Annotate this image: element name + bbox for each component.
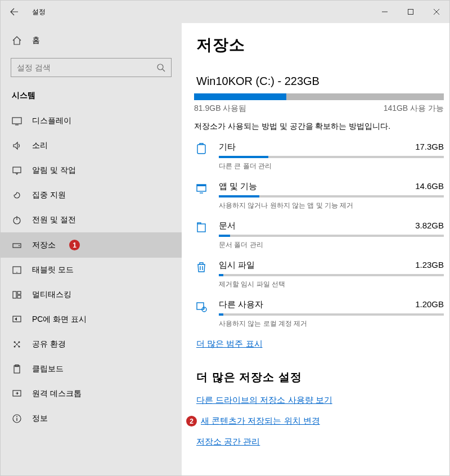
category-apps[interactable]: 앱 및 기능14.6GB사용하지 않거나 원하지 않는 앱 및 기능 제거	[194, 181, 444, 210]
minimize-icon	[381, 8, 388, 15]
change-save-location-link[interactable]: 새 콘텐츠가 저장되는 위치 변경	[196, 416, 444, 426]
category-subtitle: 제거할 임시 파일 선택	[219, 280, 444, 289]
window-title: 설정	[28, 7, 46, 17]
sidebar-item-multitasking[interactable]: 멀티태스킹	[1, 282, 182, 307]
category-size: 17.3GB	[415, 142, 444, 151]
svg-rect-9	[13, 291, 16, 298]
projecting-icon	[12, 315, 22, 325]
usage-labels: 81.9GB 사용됨 141GB 사용 가능	[194, 104, 444, 114]
info-icon	[12, 414, 22, 424]
category-temp[interactable]: 임시 파일1.23GB제거할 임시 파일 선택	[194, 260, 444, 289]
home-link[interactable]: 홈	[1, 29, 182, 52]
sidebar-item-label: 전원 및 절전	[32, 215, 76, 225]
drive-usage-fill	[194, 93, 286, 100]
category-size: 14.6GB	[415, 181, 444, 191]
svg-rect-2	[12, 118, 21, 124]
category-title: 앱 및 기능	[219, 181, 257, 192]
documents-icon	[194, 221, 209, 234]
power-icon	[12, 215, 22, 225]
free-label: 141GB 사용 가능	[384, 104, 444, 114]
sidebar-item-storage[interactable]: 저장소 1	[1, 232, 182, 258]
category-title: 다른 사용자	[219, 299, 263, 310]
sound-icon	[12, 141, 22, 151]
maximize-button[interactable]	[398, 1, 424, 23]
more-storage-settings: 더 많은 저장소 설정 다른 드라이브의 저장소 사용량 보기 2 새 콘텐츠가…	[194, 370, 444, 447]
sidebar-item-label: 집중 지원	[32, 190, 66, 200]
category-subtitle: 사용하지 않거나 원하지 않는 앱 및 기능 제거	[219, 201, 444, 210]
category-subtitle: 문서 폴더 관리	[219, 240, 444, 250]
main-content: 저장소 Win10KOR (C:) - 223GB 81.9GB 사용됨 141…	[182, 23, 449, 475]
category-title: 문서	[219, 221, 236, 231]
sidebar-item-label: 공유 환경	[32, 339, 66, 349]
svg-rect-24	[197, 224, 205, 232]
used-label: 81.9GB 사용됨	[194, 104, 246, 114]
svg-rect-3	[13, 167, 21, 173]
other-icon	[194, 142, 209, 155]
category-bar-fill	[219, 274, 223, 276]
focus-assist-icon	[12, 190, 22, 200]
trash-icon	[194, 260, 209, 273]
multitasking-icon	[12, 290, 22, 300]
svg-point-6	[19, 245, 20, 246]
shared-icon	[12, 339, 22, 349]
category-bar	[219, 274, 444, 276]
display-icon	[12, 116, 22, 126]
sidebar-item-label: 저장소	[32, 240, 56, 250]
sidebar-item-notifications[interactable]: 알림 및 작업	[1, 158, 182, 183]
svg-rect-10	[17, 291, 21, 294]
sidebar-item-label: 소리	[32, 141, 48, 151]
annotation-marker-1: 1	[69, 240, 80, 250]
sidebar-item-tablet[interactable]: 태블릿 모드	[1, 258, 182, 282]
category-bar-fill	[219, 195, 259, 197]
sidebar-item-label: 멀티태스킹	[32, 290, 71, 300]
home-label: 홈	[32, 35, 40, 46]
sidebar-item-sound[interactable]: 소리	[1, 133, 182, 158]
storage-icon	[12, 240, 22, 250]
sidebar-item-label: PC에 화면 표시	[32, 315, 87, 325]
search-input[interactable]	[17, 63, 129, 72]
search-icon	[156, 63, 165, 72]
titlebar: 설정	[1, 1, 449, 23]
notifications-icon	[12, 165, 22, 176]
category-size: 3.82GB	[415, 221, 444, 230]
storage-description: 저장소가 사용되는 방법 및 공간을 확보하는 방법입니다.	[194, 122, 444, 132]
annotation-marker-2: 2	[186, 416, 197, 426]
manage-storage-spaces-link[interactable]: 저장소 공간 관리	[194, 437, 444, 447]
drive-title: Win10KOR (C:) - 223GB	[194, 75, 444, 88]
category-title: 임시 파일	[219, 260, 255, 271]
show-more-categories-link[interactable]: 더 많은 범주 표시	[194, 339, 444, 349]
back-button[interactable]	[1, 1, 28, 23]
close-button[interactable]	[424, 1, 449, 23]
clipboard-icon	[12, 364, 22, 374]
category-size: 1.20GB	[415, 299, 444, 309]
sidebar-item-remote[interactable]: 원격 데스크톱	[1, 381, 182, 406]
category-other[interactable]: 기타17.3GB다른 큰 폴더 관리	[194, 142, 444, 171]
minimize-button[interactable]	[372, 1, 398, 23]
search-box[interactable]	[11, 58, 172, 77]
more-settings-header: 더 많은 저장소 설정	[194, 370, 444, 385]
sidebar-item-projecting[interactable]: PC에 화면 표시	[1, 307, 182, 332]
svg-rect-23	[197, 185, 206, 186]
sidebar-item-display[interactable]: 디스플레이	[1, 109, 182, 133]
category-subtitle: 사용하지 않는 로컬 계정 제거	[219, 319, 444, 329]
sidebar-item-label: 정보	[32, 414, 48, 424]
sidebar: 홈 시스템 디스플레이 소리 알림 및 작업 집중 지원	[1, 23, 182, 475]
category-subtitle: 다른 큰 폴더 관리	[219, 161, 444, 171]
sidebar-item-focus-assist[interactable]: 집중 지원	[1, 183, 182, 208]
sidebar-item-label: 원격 데스크톱	[32, 389, 82, 399]
arrow-left-icon	[10, 7, 19, 16]
category-bar	[219, 235, 444, 237]
category-bar-fill	[219, 156, 268, 158]
category-bar-fill	[219, 235, 230, 237]
category-title: 기타	[219, 142, 236, 152]
sidebar-item-about[interactable]: 정보	[1, 406, 182, 431]
sidebar-item-power[interactable]: 전원 및 절전	[1, 208, 182, 232]
sidebar-item-shared[interactable]: 공유 환경	[1, 332, 182, 357]
sidebar-item-clipboard[interactable]: 클립보드	[1, 357, 182, 381]
other-drives-link[interactable]: 다른 드라이브의 저장소 사용량 보기	[194, 395, 444, 406]
category-other-users[interactable]: 다른 사용자1.20GB사용하지 않는 로컬 계정 제거	[194, 299, 444, 329]
category-documents[interactable]: 문서3.82GB문서 폴더 관리	[194, 221, 444, 250]
svg-point-8	[16, 272, 17, 273]
tablet-icon	[12, 265, 22, 275]
sidebar-item-label: 디스플레이	[32, 116, 71, 126]
